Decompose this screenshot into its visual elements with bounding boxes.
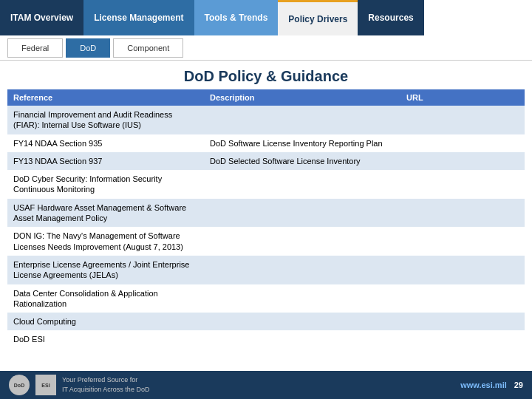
cell-reference: Cloud Computing bbox=[7, 313, 204, 330]
dod-logo: DoD bbox=[9, 375, 30, 395]
cell-reference: FY14 NDAA Section 935 bbox=[7, 134, 204, 152]
cell-description bbox=[204, 330, 400, 348]
nav-tab-license-management[interactable]: License Management bbox=[83, 0, 194, 35]
footer-text-line1: Your Preferred Source for bbox=[62, 375, 149, 385]
table-row: DON IG: The Navy's Management of Softwar… bbox=[7, 227, 525, 256]
cell-reference: DON IG: The Navy's Management of Softwar… bbox=[7, 227, 204, 256]
cell-url bbox=[400, 284, 525, 313]
table-row: Financial Improvement and Audit Readines… bbox=[7, 106, 525, 134]
cell-url bbox=[400, 152, 525, 170]
footer-url: www.esi.mil bbox=[460, 381, 507, 389]
cell-url bbox=[400, 256, 525, 284]
page-title: DoD Policy & Guidance bbox=[0, 68, 532, 85]
cell-url bbox=[400, 227, 525, 256]
footer-right: www.esi.mil 29 bbox=[460, 381, 523, 389]
table-row: USAF Hardware Asset Management & Softwar… bbox=[7, 199, 525, 228]
table-container: Reference Description URL Financial Impr… bbox=[0, 89, 532, 349]
cell-description bbox=[204, 256, 400, 284]
cell-url bbox=[400, 313, 525, 330]
sub-tab-component[interactable]: Component bbox=[113, 38, 183, 58]
cell-description bbox=[204, 170, 400, 199]
cell-url bbox=[400, 199, 525, 228]
table-row: DoD Cyber Security: Information Security… bbox=[7, 170, 525, 199]
table-row: FY13 NDAA Section 937DoD Selected Softwa… bbox=[7, 152, 525, 170]
table-row: Data Center Consolidation & Application … bbox=[7, 284, 525, 313]
cell-description: DoD Software License Inventory Reporting… bbox=[204, 134, 400, 152]
top-nav: ITAM Overview License Management Tools &… bbox=[0, 0, 532, 35]
policy-table: Reference Description URL Financial Impr… bbox=[7, 89, 525, 349]
cell-description bbox=[204, 227, 400, 256]
cell-description bbox=[204, 313, 400, 330]
cell-url bbox=[400, 170, 525, 199]
header-reference: Reference bbox=[7, 89, 204, 106]
header-url: URL bbox=[400, 89, 525, 106]
cell-description: DoD Selected Software License Inventory bbox=[204, 152, 400, 170]
cell-url bbox=[400, 106, 525, 134]
table-row: Cloud Computing bbox=[7, 313, 525, 330]
table-row: DoD ESI bbox=[7, 330, 525, 348]
table-header-row: Reference Description URL bbox=[7, 89, 525, 106]
cell-reference: FY13 NDAA Section 937 bbox=[7, 152, 204, 170]
nav-tab-tools-trends[interactable]: Tools & Trends bbox=[194, 0, 279, 35]
cell-url bbox=[400, 134, 525, 152]
cell-description bbox=[204, 284, 400, 313]
footer-page-number: 29 bbox=[514, 381, 523, 389]
nav-tab-policy-drivers[interactable]: Policy Drivers bbox=[278, 0, 358, 35]
footer-text: Your Preferred Source for IT Acquisition… bbox=[62, 375, 149, 394]
cell-reference: DoD Cyber Security: Information Security… bbox=[7, 170, 204, 199]
table-row: FY14 NDAA Section 935DoD Software Licens… bbox=[7, 134, 525, 152]
cell-url bbox=[400, 330, 525, 348]
nav-tab-resources[interactable]: Resources bbox=[358, 0, 423, 35]
cell-description bbox=[204, 106, 400, 134]
footer-text-line2: IT Acquisition Across the DoD bbox=[62, 385, 149, 395]
cell-reference: DoD ESI bbox=[7, 330, 204, 348]
footer: DoD ESI Your Preferred Source for IT Acq… bbox=[0, 371, 532, 399]
cell-reference: Data Center Consolidation & Application … bbox=[7, 284, 204, 313]
footer-left: DoD ESI Your Preferred Source for IT Acq… bbox=[9, 375, 149, 395]
table-row: Enterprise License Agreements / Joint En… bbox=[7, 256, 525, 284]
nav-tab-itam-overview[interactable]: ITAM Overview bbox=[0, 0, 83, 35]
cell-description bbox=[204, 199, 400, 228]
page-title-bar: DoD Policy & Guidance bbox=[0, 61, 532, 89]
cell-reference: Financial Improvement and Audit Readines… bbox=[7, 106, 204, 134]
cell-reference: Enterprise License Agreements / Joint En… bbox=[7, 256, 204, 284]
cell-reference: USAF Hardware Asset Management & Softwar… bbox=[7, 199, 204, 228]
sub-tab-dod[interactable]: DoD bbox=[66, 38, 110, 58]
header-description: Description bbox=[204, 89, 400, 106]
sub-nav: Federal DoD Component bbox=[0, 35, 532, 61]
sub-tab-federal[interactable]: Federal bbox=[7, 38, 63, 58]
esi-logo: ESI bbox=[35, 375, 56, 395]
